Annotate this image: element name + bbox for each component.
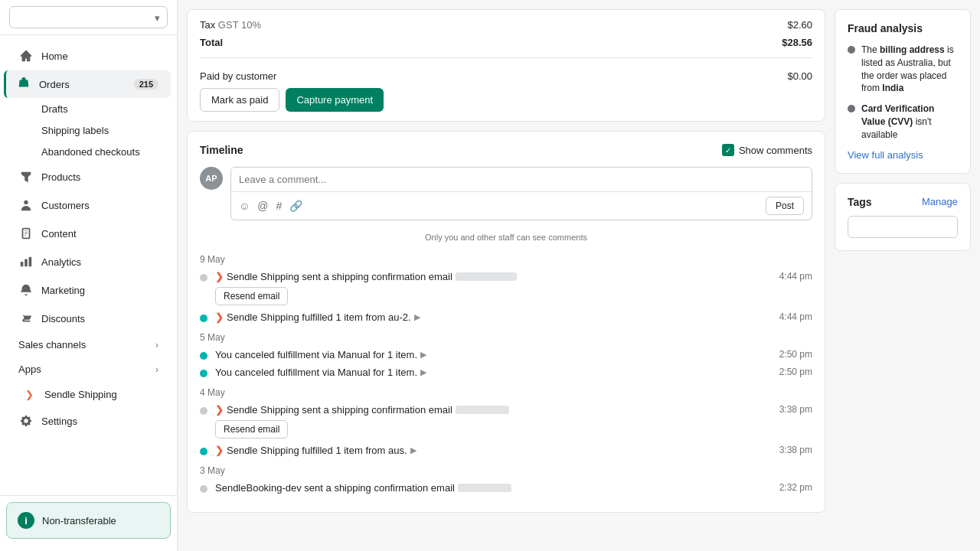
comment-tools: ☺ @ # 🔗	[239, 200, 302, 212]
sidebar-item-settings-label: Settings	[41, 416, 158, 427]
timeline-event-content: You canceled fulfillment via Manual for …	[215, 349, 812, 360]
timeline-event-text: SendleBooking-dev sent a shipping confir…	[215, 482, 812, 494]
avatar: AP	[200, 167, 223, 190]
drafts-label: Drafts	[41, 103, 68, 115]
fraud-item-1: The billing address is listed as Austral…	[848, 44, 958, 95]
show-comments-label: Show comments	[739, 145, 812, 156]
info-icon: i	[18, 512, 34, 529]
products-icon	[18, 169, 34, 184]
expand-icon[interactable]: ▶	[420, 367, 426, 377]
sidebar-item-apps[interactable]: Apps ›	[6, 357, 171, 381]
sendle-icon: ❯	[21, 386, 37, 402]
timeline-event-text: ❯ Sendle Shipping fulfilled 1 item from …	[215, 445, 812, 456]
timeline-event-text: ❯ Sendle Shipping fulfilled 1 item from …	[215, 311, 812, 323]
sidebar-item-discounts[interactable]: Discounts	[6, 305, 171, 332]
sidebar-item-products-label: Products	[41, 171, 158, 183]
settings-icon	[18, 413, 34, 429]
sidebar-item-content[interactable]: Content	[6, 220, 171, 247]
store-select[interactable]	[9, 6, 168, 28]
paid-row: Paid by customer $0.00	[200, 64, 812, 82]
sidebar-item-products[interactable]: Products	[6, 163, 171, 191]
comment-input-area[interactable]: ☺ @ # 🔗 Post	[230, 167, 812, 220]
payment-summary: Tax GST 10% $2.60 Total $28.56 Paid by c…	[187, 9, 825, 122]
expand-icon[interactable]: ▶	[420, 350, 426, 360]
fraud-text-2: Card Verification Value (CVV) isn't avai…	[861, 103, 958, 141]
tags-input[interactable]	[848, 216, 958, 238]
sidebar-item-discounts-label: Discounts	[41, 313, 158, 324]
sidebar-item-marketing[interactable]: Marketing	[6, 276, 171, 304]
sidebar: Home Orders 215 Drafts Shipping labels A…	[0, 0, 178, 551]
tags-header: Tags Manage	[848, 196, 958, 208]
timeline-event-text: ❯ Sendle Shipping sent a shipping confir…	[215, 271, 812, 282]
blurred-text	[458, 484, 511, 492]
event-description: You canceled fulfillment via Manual for …	[215, 349, 773, 360]
tax-value: $2.60	[787, 19, 812, 31]
sidebar-item-shipping-labels[interactable]: Shipping labels	[6, 120, 171, 141]
fraud-dot-2	[848, 105, 855, 112]
sidebar-item-customers[interactable]: Customers	[6, 191, 171, 219]
sidebar-item-sendle[interactable]: ❯ Sendle Shipping	[6, 382, 171, 406]
resend-email-button-2[interactable]: Resend email	[215, 420, 288, 439]
mention-icon[interactable]: @	[257, 200, 268, 212]
timeline-header: Timeline Show comments	[200, 144, 812, 156]
home-icon	[18, 48, 34, 64]
payment-actions: Mark as paid Capture payment	[200, 82, 812, 112]
apps-label: Apps	[18, 364, 155, 375]
sendle-logo: ❯	[215, 271, 224, 282]
show-comments-checkbox[interactable]	[722, 144, 734, 156]
manage-tags-link[interactable]: Manage	[922, 196, 958, 207]
expand-icon[interactable]: ▶	[414, 312, 420, 322]
event-description: ❯ Sendle Shipping fulfilled 1 item from …	[215, 311, 773, 323]
content-area: Tax GST 10% $2.60 Total $28.56 Paid by c…	[178, 0, 835, 551]
discounts-icon	[18, 311, 34, 326]
emoji-icon[interactable]: ☺	[239, 200, 250, 212]
expand-icon[interactable]: ▶	[410, 445, 416, 455]
timeline-dot	[200, 315, 207, 322]
paid-label: Paid by customer	[200, 70, 276, 82]
non-transferable-banner[interactable]: i Non-transferable	[6, 502, 171, 539]
timeline-dot	[200, 370, 207, 377]
content-icon	[18, 226, 34, 241]
capture-payment-button[interactable]: Capture payment	[286, 88, 384, 112]
fraud-dot	[848, 46, 855, 54]
sidebar-item-analytics[interactable]: Analytics	[6, 248, 171, 276]
tax-label: Tax GST 10%	[200, 19, 261, 31]
show-comments-toggle[interactable]: Show comments	[722, 144, 812, 156]
hashtag-icon[interactable]: #	[276, 200, 283, 212]
event-description: ❯ Sendle Shipping sent a shipping confir…	[215, 271, 773, 282]
sidebar-item-orders[interactable]: Orders 215	[4, 70, 171, 98]
comment-box: AP ☺ @ # 🔗 Post	[200, 167, 812, 220]
sidebar-item-settings[interactable]: Settings	[6, 407, 171, 435]
sidebar-item-home[interactable]: Home	[6, 42, 171, 70]
sidebar-item-abandoned-checkouts[interactable]: Abandoned checkouts	[6, 142, 171, 162]
paid-value: $0.00	[787, 70, 812, 82]
tax-row: Tax GST 10% $2.60	[200, 16, 812, 34]
timeline-dot	[200, 407, 207, 415]
timeline-date-9may: 9 May	[200, 254, 812, 265]
event-time: 2:32 pm	[779, 482, 812, 493]
total-label: Total	[200, 37, 223, 48]
resend-email-button[interactable]: Resend email	[215, 287, 288, 305]
timeline-event: ❯ Sendle Shipping sent a shipping confir…	[200, 404, 812, 439]
sidebar-item-sales-channels[interactable]: Sales channels ›	[6, 333, 171, 357]
fraud-item-2: Card Verification Value (CVV) isn't avai…	[848, 103, 958, 141]
event-time: 3:38 pm	[779, 404, 812, 415]
comment-input[interactable]	[231, 168, 812, 191]
sidebar-item-drafts[interactable]: Drafts	[6, 99, 171, 119]
link-icon[interactable]: 🔗	[289, 200, 302, 212]
non-transferable-text: Non-transferable	[42, 515, 116, 527]
sidebar-nav: Home Orders 215 Drafts Shipping labels A…	[0, 35, 177, 495]
sidebar-item-customers-label: Customers	[41, 200, 158, 211]
timeline-event-content: SendleBooking-dev sent a shipping confir…	[215, 482, 812, 494]
timeline-dot	[200, 485, 207, 493]
comment-hint: Only you and other staff can see comment…	[200, 231, 812, 245]
post-button[interactable]: Post	[766, 197, 804, 215]
main-content: Tax GST 10% $2.60 Total $28.56 Paid by c…	[178, 0, 980, 551]
mark-as-paid-button[interactable]: Mark as paid	[200, 88, 279, 112]
timeline-dot	[200, 352, 207, 360]
sidebar-item-content-label: Content	[41, 228, 158, 240]
event-description: You canceled fulfillment via Manual for …	[215, 367, 773, 378]
view-full-analysis-link[interactable]: View full analysis	[848, 149, 958, 161]
store-selector[interactable]	[0, 0, 177, 35]
shipping-labels-label: Shipping labels	[41, 125, 109, 136]
